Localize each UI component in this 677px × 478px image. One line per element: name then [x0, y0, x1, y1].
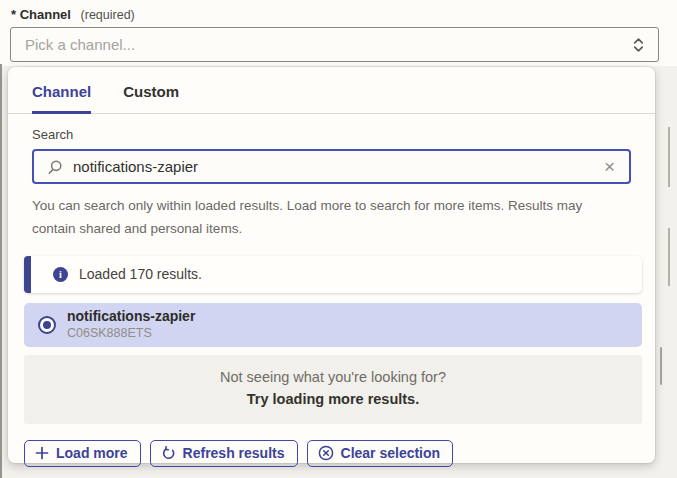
search-input[interactable] — [73, 158, 602, 175]
search-helper-text: You can search only within loaded result… — [8, 184, 638, 241]
search-icon — [47, 159, 63, 175]
tab-channel[interactable]: Channel — [32, 83, 91, 114]
clear-selection-label: Clear selection — [341, 445, 441, 461]
background-form-border — [0, 64, 2, 478]
action-buttons: Load more Refresh results Clear selectio… — [24, 440, 655, 467]
channel-picker-screen: * Channel (required) Pick a channel... C… — [0, 0, 677, 478]
refresh-results-button[interactable]: Refresh results — [150, 440, 298, 467]
option-id: C06SK888ETS — [67, 326, 195, 342]
option-text: notifications-zapier C06SK888ETS — [67, 308, 195, 342]
channel-select[interactable]: Pick a channel... — [10, 27, 659, 62]
select-chevrons-icon — [633, 37, 644, 53]
note-suggestion: Try loading more results. — [24, 388, 642, 410]
search-label: Search — [32, 127, 631, 142]
load-more-button[interactable]: Load more — [24, 440, 141, 467]
refresh-results-label: Refresh results — [183, 445, 285, 461]
channel-dropdown-panel: Channel Custom Search × You can search o… — [8, 67, 655, 463]
tab-bar: Channel Custom — [8, 67, 655, 114]
channel-option-selected[interactable]: notifications-zapier C06SK888ETS — [24, 303, 642, 347]
note-question: Not seeing what you're looking for? — [24, 366, 642, 388]
search-box: × — [32, 149, 631, 184]
field-label-text: * Channel — [11, 7, 71, 22]
info-icon: i — [53, 267, 68, 282]
alert-text: Loaded 170 results. — [79, 266, 202, 282]
field-label: * Channel (required) — [11, 7, 135, 22]
plus-icon — [35, 446, 49, 460]
option-name: notifications-zapier — [67, 308, 195, 326]
search-section: Search × — [8, 114, 655, 184]
loaded-results-alert: i Loaded 170 results. — [24, 256, 642, 293]
alert-accent-bar — [24, 256, 31, 293]
clear-selection-button[interactable]: Clear selection — [307, 440, 454, 467]
load-more-note: Not seeing what you're looking for? Try … — [24, 355, 642, 424]
radio-selected-icon[interactable] — [38, 316, 56, 334]
clear-circle-icon — [318, 445, 334, 461]
refresh-icon — [161, 446, 176, 461]
tab-custom[interactable]: Custom — [123, 83, 179, 114]
scrollbar[interactable] — [660, 347, 662, 385]
background-field-border — [668, 228, 670, 286]
select-placeholder: Pick a channel... — [25, 36, 633, 53]
required-note: (required) — [81, 8, 135, 22]
background-field-border — [668, 127, 670, 187]
clear-search-icon[interactable]: × — [602, 157, 617, 176]
load-more-label: Load more — [56, 445, 128, 461]
